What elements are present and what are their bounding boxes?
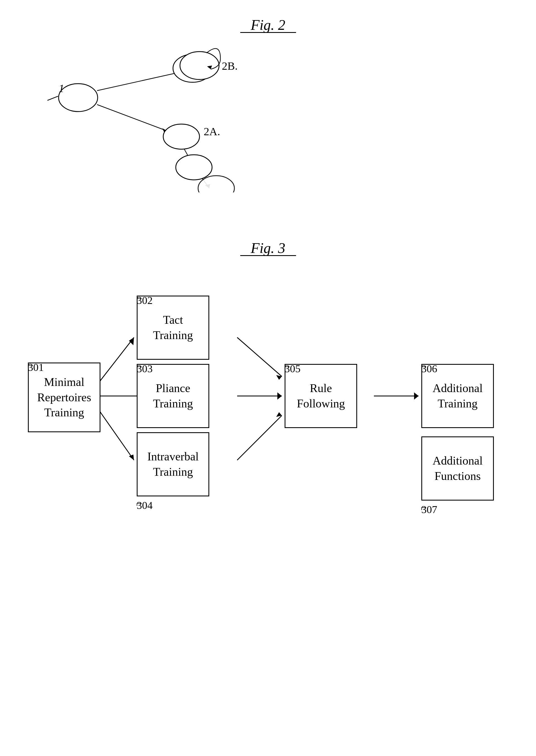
additional-functions-box: Additional Functions — [421, 436, 494, 501]
svg-line-9 — [97, 105, 167, 131]
page: Fig. 2 1 2B. 2A. — [0, 0, 536, 756]
svg-marker-30 — [276, 412, 282, 417]
svg-text:2A.: 2A. — [204, 125, 220, 138]
svg-line-2 — [48, 96, 58, 100]
rule-following-label: Rule Following — [297, 381, 345, 411]
svg-line-25 — [237, 337, 282, 376]
svg-text:1: 1 — [59, 82, 64, 95]
svg-point-11 — [163, 124, 199, 149]
svg-marker-26 — [276, 375, 282, 380]
svg-text:2B.: 2B. — [222, 60, 238, 72]
bracket-301: ⌐ — [27, 359, 33, 371]
pliance-training-label: Pliance Training — [153, 381, 193, 411]
svg-point-15 — [176, 155, 212, 180]
svg-marker-28 — [277, 393, 282, 400]
fig3-underline — [240, 255, 296, 256]
svg-point-6 — [180, 51, 219, 79]
intraverbal-training-box: Intraverbal Training — [137, 432, 209, 496]
fig2-title: Fig. 2 — [251, 17, 285, 33]
fig3-container: Minimal Repertoires Training 301 ⌐ Tact … — [17, 259, 519, 734]
intraverbal-training-label: Intraverbal Training — [147, 449, 199, 479]
svg-marker-20 — [129, 337, 134, 345]
svg-line-23 — [95, 404, 134, 460]
tact-training-label: Tact Training — [153, 312, 193, 343]
fig2-underline — [240, 32, 296, 33]
svg-line-19 — [95, 337, 134, 388]
minimal-repertoires-label: Minimal Repertoires Training — [37, 374, 91, 420]
fig2-diagram: 1 2B. 2A. — [42, 36, 293, 192]
fig3-title: Fig. 3 — [251, 240, 285, 256]
svg-marker-32 — [414, 393, 419, 400]
bracket-306: ⌐ — [421, 361, 427, 373]
svg-point-0 — [59, 84, 98, 111]
svg-line-29 — [237, 416, 282, 460]
bracket-303: ⌐ — [136, 361, 142, 373]
bracket-304: ⌐ — [136, 497, 142, 510]
bracket-305: ⌐ — [284, 361, 290, 373]
bracket-302: ⌐ — [136, 292, 142, 304]
additional-training-label: Additional Training — [432, 381, 483, 411]
additional-functions-label: Additional Functions — [432, 453, 483, 484]
svg-line-3 — [97, 73, 179, 91]
svg-marker-24 — [129, 455, 134, 460]
bracket-307: ⌐ — [421, 501, 427, 514]
